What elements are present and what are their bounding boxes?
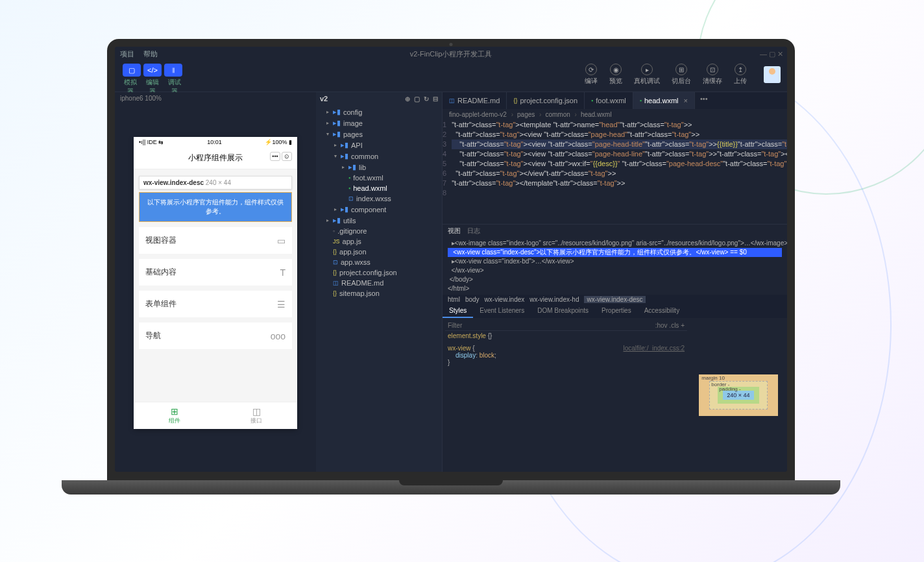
simulator-toggle[interactable]: ▢ — [123, 64, 141, 77]
breadcrumb[interactable]: fino-applet-demo-v2pagescommonhead.wxml — [443, 109, 787, 120]
crumb[interactable]: wx-view.index — [485, 296, 525, 303]
file-node[interactable]: {}project.config.json — [316, 267, 442, 278]
toolbar-action[interactable]: ▸真机调试 — [634, 64, 660, 86]
file-node[interactable]: {}app.json — [316, 247, 442, 257]
device-info: iphone6 100% — [115, 92, 316, 104]
editor-area: ◫README.md{}project.config.json▪foot.wxm… — [443, 92, 787, 472]
list-item[interactable]: 基础内容T — [139, 259, 292, 286]
filter-actions[interactable]: :hov .cls + — [655, 322, 685, 329]
folder-node[interactable]: ▸▸▮lib — [316, 162, 442, 173]
crumb[interactable]: wx-view.index-desc — [584, 296, 645, 303]
devtools-subtab[interactable]: Accessibility — [638, 304, 686, 318]
file-explorer: v2 ⊕▢↻⊟ ▸▸▮config▸▸▮image▾▸▮pages▸▸▮API▾… — [316, 92, 443, 472]
explorer-action-icon[interactable]: ⊟ — [433, 95, 438, 103]
file-node[interactable]: ◫README.md — [316, 278, 442, 288]
editor-tabs: ◫README.md{}project.config.json▪foot.wxm… — [443, 92, 787, 109]
devtools-subtab[interactable]: Styles — [443, 304, 473, 318]
devtools-subtab[interactable]: DOM Breakpoints — [531, 304, 595, 318]
simulator-panel: iphone6 100% •ı|| IDE ⇆ 10:01 ⚡100% ▮ 小程… — [115, 92, 316, 472]
breadcrumb-item[interactable]: fino-applet-demo-v2 — [449, 111, 513, 118]
folder-node[interactable]: ▾▸▮pages — [316, 128, 442, 140]
menu-project[interactable]: 项目 — [120, 49, 134, 59]
list-item[interactable]: 视图容器▭ — [139, 227, 292, 254]
code-editor[interactable]: 12345678 "t-attr">class="t-tag"><templat… — [443, 120, 787, 224]
folder-node[interactable]: ▾▸▮common — [316, 151, 442, 162]
close-icon[interactable]: × — [684, 97, 688, 104]
avatar[interactable] — [764, 66, 781, 83]
devtools-tab[interactable]: 视图 — [448, 226, 461, 236]
dom-crumbs[interactable]: htmlbodywx-view.indexwx-view.index-hdwx-… — [443, 295, 787, 304]
file-node[interactable]: ▪head.wxml — [316, 183, 442, 193]
dom-tree[interactable]: ▸<wx-image class="index-logo" src="../re… — [443, 238, 787, 295]
file-node[interactable]: ▪foot.wxml — [316, 173, 442, 183]
folder-node[interactable]: ▸▸▮component — [316, 204, 442, 215]
folder-node[interactable]: ▸▸▮config — [316, 106, 442, 117]
breadcrumb-item[interactable]: head.wxml — [581, 111, 614, 118]
devtools-subtab[interactable]: Properties — [595, 304, 638, 318]
folder-node[interactable]: ▸▸▮API — [316, 140, 442, 151]
toolbar-action[interactable]: ◉预览 — [609, 64, 622, 86]
box-model: 240 × 44 — [690, 318, 787, 472]
window-controls[interactable]: — ▢ ✕ — [760, 50, 783, 58]
devtools-subtab[interactable]: Event Listeners — [473, 304, 531, 318]
css-rule[interactable]: element.style {} — [445, 331, 687, 341]
editor-tab[interactable]: {}project.config.json — [507, 92, 585, 109]
toolbar-action[interactable]: ↥上传 — [734, 64, 747, 86]
styles-panel[interactable]: Filter :hov .cls + element.style {}</spa… — [443, 318, 690, 472]
toolbar: ▢ </> ⫴ 模拟器 编辑器 调试器 ⟳编译◉预览▸真机调试⊞切后台⊡清缓存↥… — [115, 61, 787, 92]
page-header: 小程序组件展示 ••• ⊙ — [134, 147, 297, 169]
folder-node[interactable]: ▸▸▮image — [316, 117, 442, 128]
filter-input[interactable]: Filter — [448, 322, 462, 329]
close-icon[interactable]: ⊙ — [282, 152, 292, 161]
file-node[interactable]: ⊡app.wxss — [316, 257, 442, 267]
tabbar-item[interactable]: ⊞组件 — [134, 402, 215, 429]
status-bar: •ı|| IDE ⇆ 10:01 ⚡100% ▮ — [134, 137, 297, 147]
editor-tab[interactable]: ▪head.wxml× — [633, 92, 695, 109]
tabbar: ⊞组件◫接口 — [134, 402, 297, 429]
breadcrumb-item[interactable]: pages — [517, 111, 541, 118]
breadcrumb-item[interactable]: common — [545, 111, 576, 118]
list-item[interactable]: 表单组件☰ — [139, 291, 292, 317]
file-node[interactable]: {}sitemap.json — [316, 288, 442, 299]
editor-toggle[interactable]: </> — [143, 64, 162, 77]
project-root[interactable]: v2 — [320, 95, 328, 103]
ide-window: 项目 帮助 v2-FinClip小程序开发工具 — ▢ ✕ ▢ </> ⫴ 模拟… — [115, 47, 787, 472]
devtools-tab[interactable]: 日志 — [467, 226, 480, 236]
list-item[interactable]: 导航ooo — [139, 323, 292, 349]
explorer-action-icon[interactable]: ↻ — [424, 95, 429, 103]
tabbar-item[interactable]: ◫接口 — [215, 402, 297, 429]
devtools: 视图 日志 ▸<wx-image class="index-logo" src=… — [443, 224, 787, 472]
file-node[interactable]: ◦.gitignore — [316, 226, 442, 236]
menubar: 项目 帮助 v2-FinClip小程序开发工具 — ▢ ✕ — [115, 47, 787, 61]
toolbar-action[interactable]: ⟳编译 — [585, 64, 598, 86]
explorer-action-icon[interactable]: ▢ — [414, 95, 420, 103]
crumb[interactable]: html — [448, 296, 460, 303]
crumb[interactable]: body — [465, 296, 480, 303]
editor-tab[interactable]: ◫README.md — [443, 92, 507, 109]
phone-preview[interactable]: •ı|| IDE ⇆ 10:01 ⚡100% ▮ 小程序组件展示 ••• ⊙ — [134, 137, 297, 429]
laptop-base — [62, 480, 840, 495]
menu-help[interactable]: 帮助 — [143, 49, 158, 59]
toolbar-action[interactable]: ⊡清缓存 — [703, 64, 722, 86]
inspector-tooltip: wx-view.index-desc 240 × 44 — [139, 176, 292, 189]
window-title: v2-FinClip小程序开发工具 — [410, 49, 492, 59]
file-node[interactable]: ⊡index.wxss — [316, 193, 442, 204]
crumb[interactable]: wx-view.index-hd — [529, 296, 579, 303]
toolbar-action[interactable]: ⊞切后台 — [672, 64, 691, 86]
folder-node[interactable]: ▸▸▮utils — [316, 215, 442, 226]
editor-tab[interactable]: ▪foot.wxml — [585, 92, 633, 109]
more-tabs-icon[interactable]: ••• — [695, 92, 713, 109]
file-node[interactable]: JSapp.js — [316, 236, 442, 247]
explorer-action-icon[interactable]: ⊕ — [405, 95, 410, 103]
more-icon[interactable]: ••• — [270, 152, 280, 161]
debugger-toggle[interactable]: ⫴ — [164, 64, 182, 77]
laptop-frame: 项目 帮助 v2-FinClip小程序开发工具 — ▢ ✕ ▢ </> ⫴ 模拟… — [107, 39, 795, 506]
css-rule[interactable]: localfile:/_index.css:2wx-view {display:… — [445, 343, 687, 367]
highlighted-element[interactable]: 以下将展示小程序官方组件能力，组件样式仅供参考。 — [139, 192, 292, 222]
